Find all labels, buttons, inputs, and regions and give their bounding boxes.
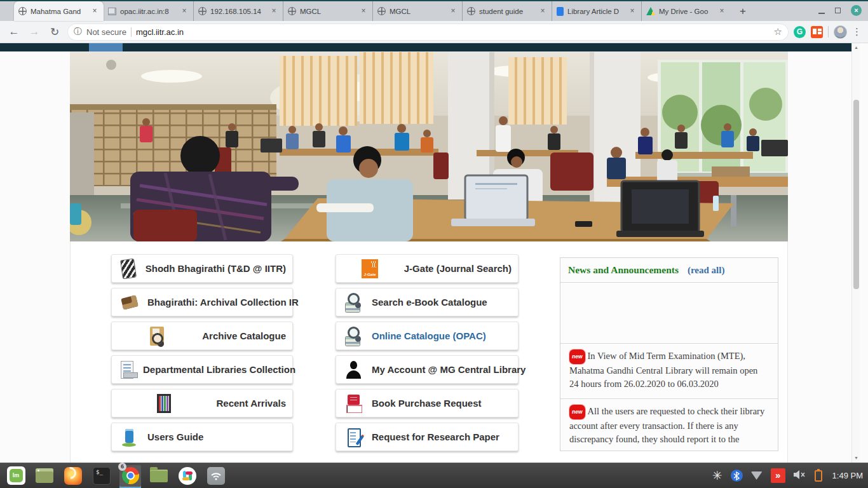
- scrollbar-thumb[interactable]: [853, 100, 859, 289]
- news-title: News and Announcements: [568, 264, 679, 276]
- library-reading-room-illustration: [70, 52, 788, 241]
- tab-library-article[interactable]: Library Article D ×: [552, 1, 641, 21]
- browser-tab-strip: Mahatma Gand × opac.iitr.ac.in:8 × 192.1…: [0, 0, 868, 21]
- battery-icon[interactable]: [815, 470, 822, 482]
- news-item: newIn View of Mid Term Examination (MTE)…: [560, 343, 778, 398]
- taskbar-launchers: lm $_ 6: [5, 465, 227, 487]
- slack-tray-icon[interactable]: ✳: [712, 470, 722, 482]
- link-departmental-libraries[interactable]: Departmental Libraries Collection: [111, 355, 293, 384]
- nav-active-item[interactable]: [89, 43, 123, 51]
- new-badge: new: [569, 349, 585, 364]
- link-label: Recent Arrivals: [217, 398, 287, 409]
- grammarly-extension-icon[interactable]: G: [794, 26, 806, 38]
- link-label: Users Guide: [147, 431, 203, 442]
- system-tray: ✳ » 1:49 PM: [712, 468, 863, 483]
- desktop-window-icon: [36, 468, 53, 483]
- close-icon[interactable]: ×: [717, 7, 726, 16]
- close-icon[interactable]: ×: [90, 7, 99, 16]
- close-icon[interactable]: ×: [449, 7, 458, 16]
- news-marquee-gap: [560, 283, 778, 343]
- tab-ip-address[interactable]: 192.168.105.14 ×: [193, 1, 283, 21]
- bluetooth-icon[interactable]: [731, 470, 743, 482]
- tab-title: My Drive - Goo: [659, 8, 714, 15]
- google-docs-icon: [557, 7, 564, 16]
- profile-avatar[interactable]: [834, 25, 847, 39]
- forward-button[interactable]: →: [27, 25, 42, 38]
- news-text: All the users are requested to check the…: [569, 406, 764, 444]
- tab-student-guide[interactable]: student guide ×: [462, 1, 552, 21]
- browser-toolbar: ← → ↻ ⓘ Not secure mgcl.iitr.ac.in ☆ G ⋮: [0, 21, 868, 43]
- tab-my-drive[interactable]: My Drive - Goo ×: [641, 1, 731, 21]
- read-all-link[interactable]: (read all): [688, 265, 724, 276]
- link-users-guide[interactable]: Users Guide: [111, 423, 293, 451]
- browser-menu-icon[interactable]: ⋮: [852, 26, 862, 37]
- mint-logo-icon: lm: [10, 469, 23, 482]
- link-my-account[interactable]: My Account @ MG Central Library: [336, 355, 519, 384]
- link-archive-catalogue[interactable]: Archive Catalogue: [111, 322, 293, 350]
- address-bar[interactable]: ⓘ Not secure mgcl.iitr.ac.in ☆: [67, 24, 789, 41]
- link-online-catalogue-opac[interactable]: Online Catalogue (OPAC): [336, 322, 519, 350]
- minimize-button[interactable]: [818, 13, 825, 14]
- scroll-up-arrow[interactable]: ▲: [852, 43, 860, 52]
- chrome-taskbar-item[interactable]: 6: [119, 465, 141, 487]
- slack-launcher[interactable]: [177, 465, 198, 487]
- orange-extension-icon[interactable]: [811, 26, 823, 38]
- show-desktop-button[interactable]: [34, 465, 55, 487]
- reload-button[interactable]: ↻: [47, 25, 62, 39]
- close-icon[interactable]: ×: [180, 7, 189, 16]
- book-stack-icon: [121, 259, 136, 278]
- security-label: Not secure: [86, 27, 126, 37]
- back-button[interactable]: ←: [6, 25, 22, 38]
- link-label: Book Purchase Request: [372, 398, 482, 409]
- link-label: Bhagirathi: Archival Collection IR: [147, 297, 299, 308]
- close-icon[interactable]: ×: [628, 7, 637, 16]
- file-manager-launcher[interactable]: [148, 465, 170, 487]
- anydesk-icon[interactable]: »: [771, 468, 785, 483]
- mint-menu-button[interactable]: lm: [5, 465, 27, 487]
- terminal-launcher[interactable]: $_: [91, 465, 112, 487]
- tab-mgcl-1[interactable]: MGCL ×: [283, 1, 372, 21]
- close-icon[interactable]: ×: [359, 7, 368, 16]
- firefox-launcher[interactable]: [62, 465, 84, 487]
- tab-opac[interactable]: opac.iitr.ac.in:8 ×: [104, 1, 193, 21]
- info-icon[interactable]: ⓘ: [74, 26, 82, 37]
- clipboard-pen-icon: [345, 427, 362, 447]
- divider: [131, 27, 132, 37]
- bookmark-star-icon[interactable]: ☆: [774, 26, 782, 37]
- tab-mahatma-gandhi[interactable]: Mahatma Gand ×: [14, 1, 104, 21]
- network-tool-launcher[interactable]: [205, 465, 227, 487]
- link-recent-arrivals[interactable]: Recent Arrivals: [111, 389, 293, 417]
- link-label: J-Gate (Journal Search): [404, 263, 512, 274]
- jgate-icon: J-Gate: [362, 259, 378, 278]
- tab-title: opac.iitr.ac.in:8: [120, 8, 176, 15]
- close-icon[interactable]: ×: [269, 7, 278, 16]
- search-books-icon: [345, 292, 362, 313]
- taskbar-clock[interactable]: 1:49 PM: [832, 471, 863, 480]
- restore-button[interactable]: [835, 8, 841, 13]
- image-icon: [108, 8, 116, 15]
- link-search-ebook[interactable]: Search e-Book Catalogue: [336, 288, 519, 316]
- hero-photo: [70, 52, 788, 241]
- folder-search-icon: [150, 327, 164, 346]
- link-label: Archive Catalogue: [202, 330, 286, 341]
- page-scrollbar[interactable]: ▲ ▼: [851, 43, 860, 463]
- slack-icon: [179, 467, 196, 485]
- new-badge: new: [569, 405, 585, 419]
- new-tab-button[interactable]: +: [735, 3, 751, 20]
- quick-links-column-2: J-Gate J-Gate (Journal Search) Search e-…: [336, 254, 519, 456]
- network-signal-icon[interactable]: [751, 471, 763, 480]
- link-jgate[interactable]: J-Gate J-Gate (Journal Search): [336, 254, 519, 283]
- scroll-down-arrow[interactable]: ▼: [852, 454, 860, 463]
- tab-mgcl-2[interactable]: MGCL ×: [372, 1, 462, 21]
- volume-muted-icon[interactable]: [794, 470, 806, 482]
- desktop-screen: Mahatma Gand × opac.iitr.ac.in:8 × 192.1…: [0, 0, 868, 488]
- close-window-button[interactable]: ×: [851, 5, 862, 16]
- close-icon[interactable]: ×: [538, 7, 547, 16]
- link-request-research-paper[interactable]: Request for Research Paper: [336, 423, 519, 451]
- tab-title: 192.168.105.14: [210, 8, 266, 15]
- link-book-purchase-request[interactable]: Book Purchase Request: [336, 389, 519, 417]
- link-shodh-bhagirathi[interactable]: Shodh Bhagirathi (T&D @ IITR): [111, 254, 293, 283]
- folder-icon: [150, 470, 168, 482]
- link-bhagirathi-archival[interactable]: Bhagirathi: Archival Collection IR: [111, 288, 293, 316]
- site-navigation-bar: [0, 43, 860, 51]
